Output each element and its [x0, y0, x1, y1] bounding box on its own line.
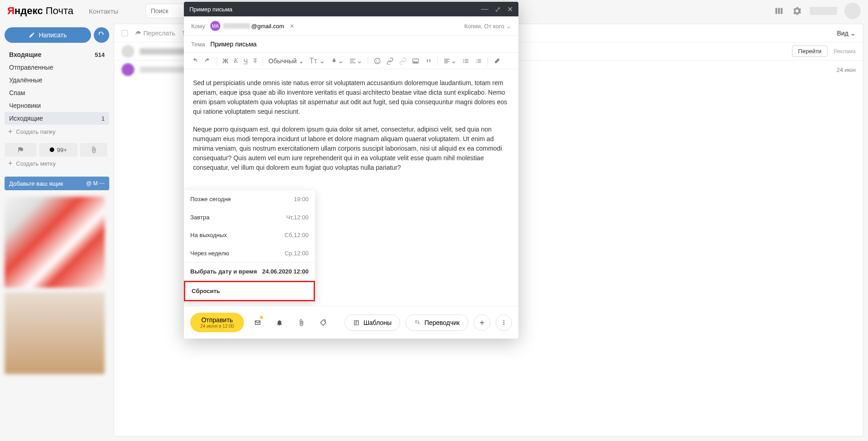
align-button[interactable]: ⌄ [349, 56, 362, 65]
mail-icon [254, 319, 261, 326]
flag-icon [17, 146, 24, 153]
folder-inbox[interactable]: Входящие514 [5, 48, 109, 61]
sched-later-today[interactable]: Позже сегодня19:00 [184, 190, 315, 208]
redo-button[interactable] [204, 57, 211, 65]
chip-avatar: MA [210, 21, 220, 31]
chevron-down-icon: ⌄ [850, 30, 856, 37]
folder-trash[interactable]: Удалённые [5, 74, 109, 86]
forward-action[interactable]: Переслать [134, 30, 175, 37]
compose-header[interactable]: Пример письма — ⤢ ✕ [184, 2, 518, 16]
subject-row: Тема [184, 36, 518, 53]
svg-point-12 [503, 320, 504, 321]
plus-icon: + [8, 159, 12, 167]
emoji-icon [374, 57, 381, 65]
sched-tomorrow[interactable]: ЗавтраЧт,12:00 [184, 208, 315, 227]
create-folder[interactable]: +Создать папку [5, 125, 109, 138]
undo-button[interactable] [191, 57, 198, 65]
format-bar: Ж К Ч Т Обычный ⌄ Tт ⌄ ⌄ ⌄ ⌄ [184, 53, 518, 69]
view-button[interactable]: Вид ⌄ [837, 30, 856, 37]
folder-outbox[interactable]: Исходящие1 [5, 112, 109, 125]
templates-button[interactable]: Шаблоны [345, 314, 400, 331]
compose-modal: Пример письма — ⤢ ✕ Кому MA @gmail.com ✕… [184, 2, 518, 339]
attach-button[interactable] [293, 314, 310, 331]
ol-button[interactable] [475, 57, 482, 65]
message-avatar [122, 63, 134, 76]
translate-icon [414, 319, 421, 326]
more-button[interactable] [496, 314, 512, 331]
bell-icon [276, 319, 283, 326]
folder-sent[interactable]: Отправленные [5, 61, 109, 74]
schedule-popup: Позже сегодня19:00 ЗавтраЧт,12:00 На вых… [184, 190, 315, 301]
recipient-chip[interactable]: MA @gmail.com ✕ [210, 21, 294, 31]
refresh-button[interactable] [94, 27, 109, 43]
quote-icon [425, 57, 432, 65]
reminder-button[interactable] [271, 314, 288, 331]
expand-button[interactable]: ⤢ [495, 5, 501, 14]
eraser-button[interactable] [493, 57, 501, 65]
to-label: Кому [191, 23, 210, 30]
add-button[interactable] [474, 314, 490, 331]
logo-pochta: Почта [46, 5, 73, 17]
logo[interactable]: ЯЯндексндекс Почта [7, 5, 73, 17]
sched-reset[interactable]: Сбросить [184, 281, 315, 302]
svg-point-5 [378, 60, 379, 61]
label-button[interactable] [315, 314, 331, 331]
avatar[interactable] [844, 3, 861, 19]
sched-custom[interactable]: Выбрать дату и время24.06.2020 12:00 [184, 262, 315, 281]
sched-weekend[interactable]: На выходныхСб,12:00 [184, 226, 315, 244]
quote-button[interactable] [425, 57, 432, 65]
italic-button[interactable]: К [234, 57, 238, 65]
send-button[interactable]: Отправить 24 июня в 12:00 [190, 313, 244, 332]
fontsize-button[interactable]: Tт ⌄ [310, 56, 325, 65]
svg-point-13 [503, 322, 504, 323]
bold-button[interactable]: Ж [223, 57, 228, 65]
plus-icon [478, 319, 486, 326]
color-button[interactable]: ⌄ [330, 56, 344, 65]
emoji-button[interactable] [374, 57, 381, 65]
translator-button[interactable]: Переводчик [406, 314, 468, 331]
folder-spam[interactable]: Спам [5, 86, 109, 99]
strike-button[interactable]: Т [253, 57, 257, 65]
chip-remove[interactable]: ✕ [289, 23, 294, 30]
close-button[interactable]: ✕ [507, 5, 513, 14]
sched-nextweek[interactable]: Через неделюСр,12:00 [184, 244, 315, 263]
body-para-1: Sed ut perspiciatis unde omnis iste natu… [193, 78, 509, 117]
sidebar-ad-2[interactable] [5, 292, 105, 374]
image-button[interactable] [412, 57, 419, 65]
attach-filter[interactable] [80, 143, 107, 157]
contacts-link[interactable]: Контакты [89, 7, 118, 15]
link-button[interactable] [386, 57, 394, 65]
folder-drafts[interactable]: Черновики [5, 99, 109, 112]
unlink-button[interactable] [399, 57, 406, 65]
compose-title: Пример письма [189, 6, 233, 13]
services-bar[interactable] [810, 7, 837, 15]
compose-label: Написать [39, 31, 66, 39]
minimize-button[interactable]: — [481, 5, 488, 14]
eraser-icon [493, 57, 501, 65]
cc-toggle[interactable]: Копии, От кого ⌄ [464, 23, 511, 30]
svg-point-9 [463, 62, 464, 63]
top-icons [773, 3, 861, 19]
style-select[interactable]: Обычный ⌄ [269, 57, 304, 65]
flag-filter[interactable] [5, 143, 36, 157]
gear-icon[interactable] [792, 5, 802, 16]
ul-button[interactable] [462, 57, 469, 65]
add-mailbox[interactable]: Добавьте ваш ящик @ M ⋯ [5, 177, 109, 190]
subject-input[interactable] [210, 41, 511, 48]
alignleft-button[interactable]: ⌄ [443, 56, 457, 65]
select-all-checkbox[interactable] [122, 30, 128, 36]
svg-point-3 [375, 58, 380, 64]
sidebar-ad-1[interactable] [5, 197, 105, 288]
compose-body[interactable]: Sed ut perspiciatis unde omnis iste natu… [184, 69, 518, 306]
underline-button[interactable]: Ч [244, 57, 248, 65]
svg-point-8 [463, 61, 464, 61]
create-tag[interactable]: +Создать метку [5, 157, 109, 170]
to-row: Кому MA @gmail.com ✕ Копии, От кого ⌄ [184, 16, 518, 36]
promo-go-button[interactable]: Перейти [792, 46, 827, 57]
compose-button[interactable]: Написать [5, 27, 91, 43]
svg-point-7 [463, 59, 464, 60]
unread-icon-button[interactable] [249, 314, 266, 331]
promo-avatar [122, 45, 134, 58]
unread-filter[interactable]: 99+ [39, 143, 77, 157]
apps-icon[interactable] [773, 5, 784, 16]
